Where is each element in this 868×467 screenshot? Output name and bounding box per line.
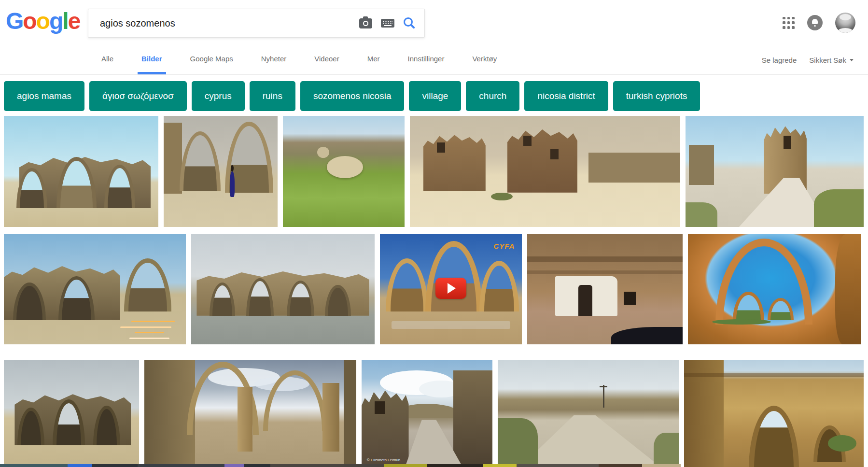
chip-sozomenos-nicosia[interactable]: sozomenos nicosia: [300, 81, 405, 111]
arch: [124, 258, 171, 311]
decor: [814, 189, 864, 227]
result-image-dirt-road-hills[interactable]: [498, 360, 679, 464]
decor: [238, 387, 252, 452]
tab-innstillinger[interactable]: Innstillinger: [404, 55, 448, 74]
result-image-arches-watermarked[interactable]: [4, 234, 186, 344]
decor: [344, 360, 356, 464]
decor: [322, 383, 339, 452]
logo-letter: e: [68, 8, 80, 34]
result-image-road-tall-ruin[interactable]: [686, 116, 864, 227]
win: [523, 136, 532, 146]
result-image-stone-ruins-doorways[interactable]: [684, 360, 864, 467]
decor: [527, 270, 683, 274]
decor: [144, 360, 195, 464]
image-row-2: CYFA: [0, 234, 868, 344]
google-logo[interactable]: Google: [6, 8, 80, 34]
notifications-bell-icon[interactable]: [807, 15, 823, 30]
cyfa-watermark: CYFA: [493, 242, 515, 250]
chip-ruins[interactable]: ruins: [250, 81, 295, 111]
chip-agios-mamas[interactable]: agios mamas: [4, 81, 84, 111]
youtube-play-icon: [435, 278, 466, 299]
decor: [588, 153, 680, 183]
watermark-line: [131, 321, 175, 322]
chip-nicosia-district[interactable]: nicosia district: [524, 81, 608, 111]
chip-cyprus[interactable]: cyprus: [192, 81, 245, 111]
search-input[interactable]: [88, 18, 359, 29]
tab-verktoy[interactable]: Verktøy: [468, 55, 501, 74]
next-row-image-sliver: [483, 464, 517, 467]
arch: [749, 406, 799, 467]
decor: [689, 145, 714, 185]
image-row-3: © Elizabeth Leimun: [0, 360, 868, 467]
next-row-image-sliver: [138, 464, 224, 467]
results-grid: CYFA© Elizabeth Leimun: [0, 116, 868, 467]
arch: [180, 131, 221, 191]
result-image-cave-house[interactable]: [527, 234, 683, 344]
link-sikkert-sok[interactable]: Sikkert Søk: [809, 56, 854, 64]
decor: [684, 373, 864, 377]
result-video-arches-youtube[interactable]: CYFA: [380, 234, 522, 344]
decor: [392, 321, 511, 329]
image-row-1: [0, 116, 868, 227]
search-icon[interactable]: [403, 17, 416, 29]
jag: [362, 389, 409, 464]
decor: [654, 433, 679, 464]
person-figure: [230, 171, 235, 197]
watermark-line: [129, 338, 169, 339]
chip-church[interactable]: church: [466, 81, 519, 111]
result-image-arches-woman-blue-dress[interactable]: [164, 116, 278, 227]
blob: [828, 435, 857, 452]
next-row-image-sliver: [599, 464, 642, 467]
chip-village[interactable]: village: [409, 81, 461, 111]
jag: [423, 134, 486, 192]
arch: [386, 258, 428, 311]
keyboard-icon[interactable]: [381, 19, 394, 28]
tab-alle[interactable]: Alle: [98, 55, 117, 74]
nav-tabs: AlleBilderGoogle MapsNyheterVideoerMerIn…: [0, 55, 501, 74]
result-image-church-ruins-arches[interactable]: [4, 116, 158, 227]
next-row-image-sliver: [68, 464, 92, 467]
top-right-controls: [783, 13, 855, 33]
nav-bar: AlleBilderGoogle MapsNyheterVideoerMerIn…: [0, 44, 868, 75]
result-image-aerial-green-valley[interactable]: [283, 116, 405, 227]
decor: [686, 202, 717, 227]
win: [437, 142, 445, 153]
chip-άγιοσ-σωζόμενοσ[interactable]: άγιοσ σωζόμενοσ: [89, 81, 187, 111]
arch: [479, 261, 519, 311]
tab-bilder[interactable]: Bilder: [138, 55, 166, 74]
next-row-image-sliver: [384, 464, 427, 467]
result-image-ruins-grey-sky[interactable]: [4, 360, 139, 464]
blob: [491, 193, 513, 200]
avatar[interactable]: [835, 13, 855, 33]
watermark-line: [120, 326, 171, 328]
blob: [327, 156, 364, 178]
tab-mer[interactable]: Mer: [364, 55, 384, 74]
tab-google-maps[interactable]: Google Maps: [186, 55, 237, 74]
decor: [611, 327, 683, 344]
google-image-search-page: Google AlleBilderGoogle MapsNyheterVideo…: [0, 0, 868, 467]
next-row-image-sliver: [642, 464, 681, 467]
watermark-line: [135, 332, 164, 333]
logo-letter: o: [23, 8, 36, 34]
tab-nyheter[interactable]: Nyheter: [257, 55, 291, 74]
camera-icon[interactable]: [359, 18, 372, 28]
decor: [527, 256, 683, 262]
decor: [835, 234, 861, 344]
decor: [712, 319, 771, 325]
next-row-image-sliver: [270, 464, 384, 467]
logo-letter: g: [49, 8, 62, 34]
result-image-interior-arches-clouds[interactable]: [144, 360, 356, 464]
next-row-image-sliver: [92, 464, 138, 467]
link-se-lagrede[interactable]: Se lagrede: [762, 56, 797, 64]
win: [784, 136, 791, 149]
chip-turkish-cypriots[interactable]: turkish cypriots: [613, 81, 700, 111]
result-image-mudbrick-village-ruins[interactable]: [410, 116, 680, 227]
result-image-fisheye-arches[interactable]: [688, 234, 861, 344]
apps-grid-icon[interactable]: [783, 17, 795, 29]
tab-videoer[interactable]: Videoer: [310, 55, 343, 74]
result-image-road-between-walls[interactable]: © Elizabeth Leimun: [362, 360, 492, 464]
win: [375, 401, 385, 414]
win: [550, 149, 559, 159]
search-box: [88, 9, 425, 38]
result-image-wide-ruins-pale-sky[interactable]: [191, 234, 375, 344]
